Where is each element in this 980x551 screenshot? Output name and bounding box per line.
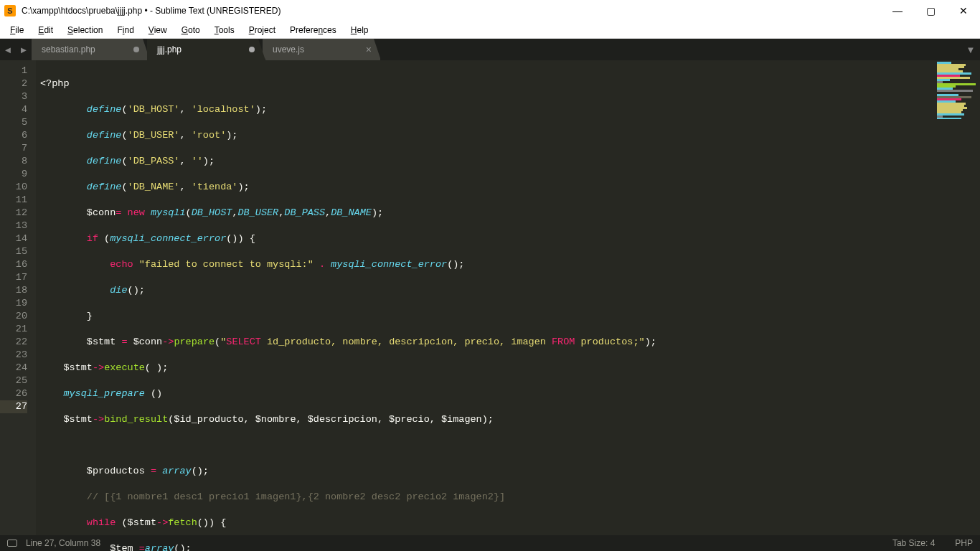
tab-nav-fwd-icon[interactable]: ► bbox=[16, 39, 32, 60]
tab-label: sebastian.php bbox=[42, 44, 95, 55]
menu-find[interactable]: Find bbox=[110, 23, 141, 37]
menu-tools[interactable]: Tools bbox=[207, 23, 242, 37]
menu-file[interactable]: File bbox=[3, 23, 31, 37]
tab-bar: ◄ ► sebastian.php jjjj.php uveve.js × ▼ bbox=[0, 39, 980, 60]
dirty-indicator-icon bbox=[249, 47, 255, 52]
menu-bar: File Edit Selection Find View Goto Tools… bbox=[0, 22, 980, 39]
tab-nav-back-icon[interactable]: ◄ bbox=[0, 39, 16, 60]
status-language[interactable]: PHP bbox=[955, 538, 973, 548]
menu-edit[interactable]: Edit bbox=[31, 23, 60, 37]
tab-jjjj[interactable]: jjjj.php bbox=[147, 39, 265, 60]
menu-view[interactable]: View bbox=[141, 23, 174, 37]
app-icon: S bbox=[4, 5, 16, 17]
dirty-indicator-icon bbox=[133, 47, 139, 52]
close-button[interactable]: ✕ bbox=[947, 0, 980, 22]
menu-help[interactable]: Help bbox=[344, 23, 376, 37]
menu-preferences[interactable]: Preferences bbox=[283, 23, 344, 37]
tab-close-icon[interactable]: × bbox=[366, 44, 372, 55]
minimap[interactable] bbox=[936, 62, 979, 119]
minimize-button[interactable]: ― bbox=[881, 0, 914, 22]
menu-project[interactable]: Project bbox=[242, 23, 283, 37]
status-tabsize[interactable]: Tab Size: 4 bbox=[892, 538, 935, 548]
window-titlebar: S C:\xampp\htdocs\prueba\jjjj.php • - Su… bbox=[0, 0, 980, 22]
panel-switcher-icon[interactable] bbox=[7, 540, 17, 547]
tab-uveve[interactable]: uveve.js × bbox=[263, 39, 381, 60]
code-content[interactable]: <?php define('DB_HOST', 'localhost'); de… bbox=[36, 60, 656, 535]
tab-overflow-icon[interactable]: ▼ bbox=[961, 39, 980, 60]
tab-sebastian[interactable]: sebastian.php bbox=[32, 39, 150, 60]
menu-selection[interactable]: Selection bbox=[60, 23, 110, 37]
maximize-button[interactable]: ▢ bbox=[914, 0, 947, 22]
tab-label: jjjj.php bbox=[157, 44, 182, 55]
window-title: C:\xampp\htdocs\prueba\jjjj.php • - Subl… bbox=[22, 6, 881, 16]
tab-label: uveve.js bbox=[273, 44, 304, 55]
menu-goto[interactable]: Goto bbox=[174, 23, 207, 37]
editor-area[interactable]: 1 2 3 4 5 6 7 8 9 10 11 12 13 14 15 16 1… bbox=[0, 60, 980, 535]
line-gutter: 1 2 3 4 5 6 7 8 9 10 11 12 13 14 15 16 1… bbox=[0, 60, 36, 535]
